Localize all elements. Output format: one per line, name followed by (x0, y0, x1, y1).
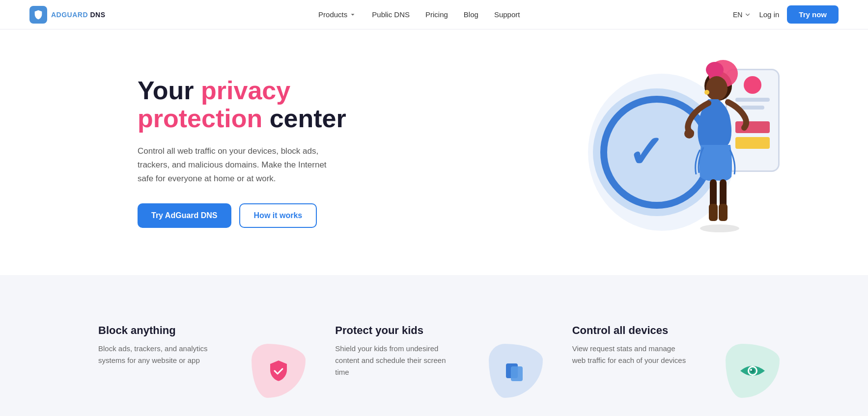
navbar: ADGUARD DNS Products Public DNS Pricing … (0, 0, 868, 29)
nav-blog[interactable]: Blog (464, 10, 478, 19)
svg-rect-8 (709, 204, 718, 221)
nav-right: EN Log in Try now (733, 5, 839, 24)
chevron-down-icon (349, 11, 356, 18)
svg-rect-12 (511, 366, 523, 381)
character-illustration (672, 59, 760, 236)
nav-pricing[interactable]: Pricing (425, 10, 448, 19)
svg-point-5 (684, 129, 694, 139)
nav-support[interactable]: Support (494, 10, 520, 19)
language-selector[interactable]: EN (733, 11, 751, 19)
hero-buttons: Try AdGuard DNS How it works (138, 203, 346, 228)
feature-card-control-devices: Control all devices View request stats a… (553, 305, 789, 403)
shield-check-icon (266, 359, 291, 383)
hero-title: Your privacy protection center (138, 77, 346, 133)
svg-point-16 (750, 369, 752, 371)
feature-title-3: Control all devices (572, 324, 770, 337)
feature-title-2: Protect your kids (335, 324, 532, 337)
feature-card-block-anything: Block anything Block ads, trackers, and … (79, 305, 315, 403)
logo-text: ADGUARD DNS (51, 11, 106, 19)
svg-point-2 (706, 62, 724, 78)
character-svg (672, 59, 760, 246)
try-adguard-dns-button[interactable]: Try AdGuard DNS (138, 203, 231, 228)
feature-desc-3: View request stats and manage web traffi… (572, 343, 690, 366)
feature-blob-3 (726, 344, 780, 398)
hero-content: Your privacy protection center Control a… (138, 77, 346, 228)
kids-icon (502, 358, 529, 385)
feature-blob-1 (252, 344, 306, 398)
nav-products[interactable]: Products (318, 10, 356, 19)
svg-rect-9 (719, 204, 728, 221)
eye-icon (738, 359, 767, 383)
hero-description: Control all web traffic on your devices,… (138, 144, 334, 186)
features-section: Block anything Block ads, trackers, and … (0, 275, 868, 416)
try-now-button[interactable]: Try now (787, 5, 839, 24)
svg-point-4 (704, 90, 709, 95)
feature-blob-2 (489, 344, 543, 398)
shield-logo-icon (33, 9, 44, 20)
feature-desc-2: Shield your kids from undesired content … (335, 343, 453, 378)
chevron-down-icon (744, 11, 751, 18)
feature-desc-1: Block ads, trackers, and analytics syste… (98, 343, 216, 366)
shield-check-mark: ✓ (627, 130, 664, 174)
logo-icon (29, 6, 47, 24)
svg-point-10 (700, 224, 739, 232)
svg-point-3 (706, 76, 728, 101)
login-button[interactable]: Log in (759, 10, 779, 19)
feature-card-protect-kids: Protect your kids Shield your kids from … (315, 305, 552, 403)
feature-title-1: Block anything (98, 324, 296, 337)
logo[interactable]: ADGUARD DNS (29, 6, 106, 24)
hero-illustration: ✓ (573, 59, 789, 246)
hero-section: Your privacy protection center Control a… (0, 29, 868, 275)
nav-links: Products Public DNS Pricing Blog Support (318, 10, 520, 19)
how-it-works-button[interactable]: How it works (239, 203, 317, 228)
nav-public-dns[interactable]: Public DNS (372, 10, 410, 19)
